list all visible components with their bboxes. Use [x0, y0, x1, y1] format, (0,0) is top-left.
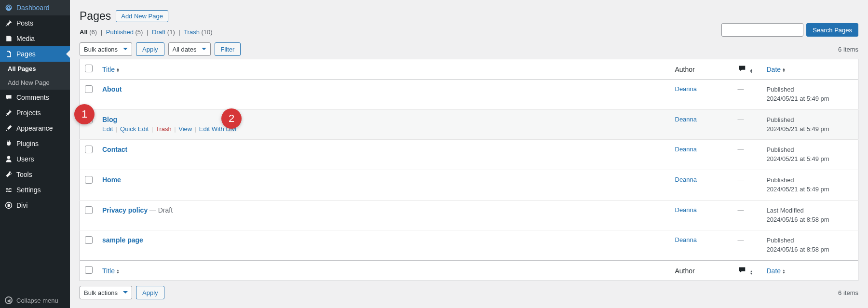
- tablenav-bottom: Bulk actions Apply 6 items: [80, 286, 858, 299]
- sort-icon: ▲▼: [782, 67, 786, 72]
- pages-table: Title▲▼ Author ▲▼ Date▲▼ About Deanna — …: [80, 59, 858, 281]
- main-content: Pages Add New Page All (6) | Published (…: [70, 0, 868, 308]
- search-pages-button[interactable]: Search Pages: [806, 23, 858, 37]
- sidebar-item-media[interactable]: Media: [0, 31, 70, 46]
- sidebar-item-dashboard[interactable]: Dashboard: [0, 0, 70, 15]
- items-count-bottom: 6 items: [838, 289, 858, 296]
- comment-icon: [738, 64, 746, 73]
- filter-button[interactable]: Filter: [215, 42, 241, 56]
- column-comments-bottom[interactable]: ▲▼: [733, 261, 762, 281]
- sidebar-item-tools[interactable]: Tools: [0, 167, 70, 182]
- date-cell: Published2024/05/21 at 5:49 pm: [762, 109, 858, 140]
- collapse-label: Collapse menu: [16, 297, 58, 304]
- column-author-bottom: Author: [670, 261, 733, 281]
- filter-trash[interactable]: Trash: [184, 28, 200, 36]
- no-comments: —: [738, 176, 744, 183]
- row-checkbox[interactable]: [85, 176, 93, 184]
- row-checkbox[interactable]: [85, 85, 93, 93]
- date-cell: Last Modified2024/05/16 at 8:58 pm: [762, 200, 858, 230]
- comment-icon: [738, 266, 746, 274]
- page-title-link[interactable]: Privacy policy: [102, 206, 148, 214]
- sidebar-subitem-all-pages[interactable]: All Pages: [0, 62, 70, 76]
- page-title-link[interactable]: Contact: [102, 146, 127, 153]
- author-link[interactable]: Deanna: [675, 236, 697, 243]
- search-pages-input[interactable]: [721, 23, 803, 37]
- sidebar-item-plugins[interactable]: Plugins: [0, 136, 70, 151]
- add-new-page-button[interactable]: Add New Page: [116, 10, 168, 22]
- bulk-actions-select[interactable]: Bulk actions: [80, 42, 132, 56]
- sidebar-item-posts[interactable]: Posts: [0, 15, 70, 31]
- sidebar-item-pages[interactable]: Pages: [0, 46, 70, 62]
- column-title[interactable]: Title▲▼: [97, 59, 670, 80]
- sidebar-item-comments[interactable]: Comments: [0, 90, 70, 105]
- row-action-view[interactable]: View: [178, 125, 192, 133]
- separator: |: [99, 28, 104, 36]
- sidebar-label: Divi: [16, 201, 27, 209]
- media-icon: [5, 35, 13, 42]
- sidebar-item-appearance[interactable]: Appearance: [0, 121, 70, 136]
- apply-bulk-button[interactable]: Apply: [136, 42, 164, 56]
- sort-icon: ▲▼: [782, 269, 786, 274]
- page-title-link[interactable]: Home: [102, 176, 121, 184]
- author-link[interactable]: Deanna: [675, 206, 697, 214]
- author-link[interactable]: Deanna: [675, 116, 697, 123]
- bulk-actions-select-bottom[interactable]: Bulk actions: [80, 286, 132, 299]
- sidebar-label: Tools: [16, 171, 32, 178]
- filter-trash-count: (10): [202, 28, 213, 36]
- sidebar-item-users[interactable]: Users: [0, 151, 70, 167]
- sidebar-label: Comments: [16, 94, 49, 101]
- row-checkbox[interactable]: [85, 236, 93, 244]
- row-checkbox[interactable]: [85, 146, 93, 153]
- sidebar-subitem-add-new[interactable]: Add New Page: [0, 76, 70, 90]
- sidebar-label: Posts: [16, 19, 33, 27]
- column-date-bottom[interactable]: Date▲▼: [762, 261, 858, 281]
- no-comments: —: [738, 236, 744, 243]
- sidebar-item-divi[interactable]: Divi: [0, 198, 70, 213]
- wrench-icon: [5, 171, 13, 178]
- apply-bulk-button-bottom[interactable]: Apply: [136, 286, 164, 299]
- date-filter-select[interactable]: All dates: [168, 42, 211, 56]
- row-action-trash[interactable]: Trash: [156, 125, 172, 133]
- author-link[interactable]: Deanna: [675, 146, 697, 153]
- table-row: About Deanna — Published2024/05/21 at 5:…: [80, 80, 858, 110]
- column-date[interactable]: Date▲▼: [762, 59, 858, 80]
- row-checkbox[interactable]: [85, 206, 93, 214]
- date-cell: Published2024/05/21 at 5:49 pm: [762, 80, 858, 110]
- table-row: Blog Edit | Quick Edit | Trash | View | …: [80, 109, 858, 140]
- row-actions: Edit | Quick Edit | Trash | View | Edit …: [102, 125, 665, 133]
- author-link[interactable]: Deanna: [675, 176, 697, 183]
- select-all-checkbox-bottom[interactable]: [85, 266, 93, 274]
- no-comments: —: [738, 85, 744, 93]
- filter-draft[interactable]: Draft: [152, 28, 165, 36]
- sort-icon: ▲▼: [749, 68, 753, 73]
- page-title-link[interactable]: Blog: [102, 116, 117, 123]
- brush-icon: [5, 124, 13, 132]
- sidebar-label: Dashboard: [16, 4, 50, 12]
- author-link[interactable]: Deanna: [675, 85, 697, 93]
- callout-badge-2: 2: [221, 108, 242, 129]
- row-action-quick-edit[interactable]: Quick Edit: [120, 125, 149, 133]
- sidebar-label: Users: [16, 155, 34, 163]
- date-cell: Published2024/05/21 at 5:49 pm: [762, 170, 858, 201]
- date-cell: Published2024/05/16 at 8:58 pm: [762, 230, 858, 261]
- column-title-bottom[interactable]: Title▲▼: [97, 261, 670, 281]
- page-title-link[interactable]: sample page: [102, 236, 143, 244]
- page-title-link[interactable]: About: [102, 85, 122, 93]
- pages-icon: [5, 50, 13, 58]
- callout-badge-1: 1: [74, 104, 95, 124]
- plug-icon: [5, 140, 13, 147]
- sort-icon: ▲▼: [749, 270, 753, 275]
- filter-all[interactable]: All: [80, 28, 88, 36]
- sidebar-item-projects[interactable]: Projects: [0, 105, 70, 121]
- select-all-checkbox[interactable]: [85, 65, 93, 72]
- sidebar-label: Pages: [16, 50, 36, 58]
- sidebar-label: Media: [16, 35, 35, 42]
- collapse-menu[interactable]: ◀ Collapse menu: [0, 293, 70, 308]
- column-comments[interactable]: ▲▼: [733, 59, 762, 80]
- sidebar-item-settings[interactable]: Settings: [0, 182, 70, 198]
- row-action-edit[interactable]: Edit: [102, 125, 113, 133]
- separator: |: [145, 28, 150, 36]
- no-comments: —: [738, 206, 744, 214]
- filter-published[interactable]: Published: [106, 28, 134, 36]
- tablenav-top: Bulk actions Apply All dates Filter: [80, 42, 858, 56]
